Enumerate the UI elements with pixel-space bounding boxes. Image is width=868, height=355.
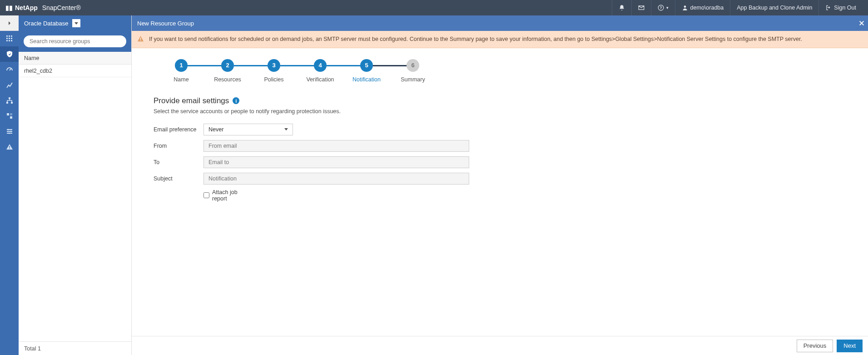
left-panel-search bbox=[19, 31, 131, 52]
sign-out-label: Sign Out bbox=[834, 5, 856, 11]
svg-point-22 bbox=[7, 129, 9, 130]
left-panel-column-header[interactable]: Name bbox=[19, 52, 131, 65]
step-notification[interactable]: 5Notification bbox=[343, 59, 390, 83]
gauge-icon bbox=[6, 66, 13, 73]
svg-rect-15 bbox=[11, 102, 13, 104]
email-preference-select[interactable]: Never bbox=[203, 124, 293, 135]
step-circle: 1 bbox=[175, 59, 188, 72]
svg-rect-7 bbox=[9, 38, 10, 39]
step-label: Resources bbox=[214, 76, 241, 83]
section-title: Provide email settings bbox=[154, 96, 229, 105]
step-label: Summary bbox=[401, 76, 425, 83]
attach-job-report-row[interactable]: Attach job report bbox=[203, 189, 253, 202]
nav-storage[interactable] bbox=[0, 108, 19, 124]
role-label: App Backup and Clone Admin bbox=[737, 5, 812, 11]
help-button[interactable]: ? ▾ bbox=[651, 0, 675, 15]
step-name[interactable]: 1Name bbox=[158, 59, 204, 83]
step-label: Policies bbox=[264, 76, 283, 83]
nav-alerts[interactable] bbox=[0, 139, 19, 155]
wizard-footer: Previous Next bbox=[132, 336, 868, 355]
section-title-row: Provide email settings i bbox=[154, 96, 846, 105]
step-circle: 4 bbox=[314, 59, 327, 72]
total-label: Total 1 bbox=[24, 345, 41, 352]
nav-hosts[interactable] bbox=[0, 93, 19, 108]
svg-rect-8 bbox=[11, 38, 12, 39]
wizard-stepper: 1Name2Resources3Policies4Verification5No… bbox=[158, 59, 846, 83]
next-button[interactable]: Next bbox=[837, 340, 863, 352]
role-menu[interactable]: App Backup and Clone Admin bbox=[730, 0, 818, 15]
main-area: New Resource Group If you want to send n… bbox=[132, 15, 868, 355]
svg-rect-5 bbox=[11, 35, 12, 37]
subject-label: Subject bbox=[154, 175, 203, 182]
svg-point-23 bbox=[10, 131, 11, 132]
shield-check-icon bbox=[6, 50, 13, 58]
svg-rect-16 bbox=[7, 113, 9, 115]
attach-job-report-label: Attach job report bbox=[212, 189, 253, 202]
topbar: ▮▮ NetApp SnapCenter® ? ▾ demo\oradba Ap… bbox=[0, 0, 868, 15]
svg-line-12 bbox=[10, 69, 11, 70]
sub-header: New Resource Group bbox=[132, 15, 868, 31]
section-subtitle: Select the service accounts or people to… bbox=[154, 108, 846, 115]
brand: ▮▮ NetApp SnapCenter® bbox=[5, 4, 81, 11]
to-label: To bbox=[154, 159, 203, 165]
nav-dashboard[interactable] bbox=[0, 31, 19, 46]
close-icon bbox=[858, 20, 865, 26]
step-verification[interactable]: 4Verification bbox=[297, 59, 343, 83]
previous-button[interactable]: Previous bbox=[797, 340, 833, 352]
resource-group-row[interactable]: rhel2_cdb2 bbox=[19, 65, 131, 77]
svg-rect-18 bbox=[10, 113, 12, 115]
mail-button[interactable] bbox=[631, 0, 651, 15]
svg-rect-4 bbox=[9, 35, 10, 37]
svg-rect-25 bbox=[9, 146, 10, 148]
left-panel-selector-toggle[interactable] bbox=[72, 19, 80, 27]
svg-rect-28 bbox=[140, 40, 141, 40]
nav-monitor[interactable] bbox=[0, 62, 19, 77]
attach-job-report-checkbox[interactable] bbox=[203, 192, 209, 198]
svg-rect-10 bbox=[9, 40, 10, 41]
user-label: demo\oradba bbox=[690, 5, 724, 11]
step-label: Name bbox=[174, 76, 188, 83]
notifications-button[interactable] bbox=[612, 0, 631, 15]
brand-company: NetApp bbox=[15, 4, 38, 11]
step-circle: 6 bbox=[407, 59, 419, 72]
svg-rect-26 bbox=[9, 148, 10, 149]
chart-icon bbox=[6, 81, 13, 89]
nav-settings[interactable] bbox=[0, 124, 19, 139]
step-label: Notification bbox=[352, 76, 381, 83]
nav-resources[interactable] bbox=[0, 46, 19, 62]
svg-rect-9 bbox=[6, 40, 8, 41]
sub-header-title: New Resource Group bbox=[137, 20, 194, 27]
warning-icon bbox=[137, 35, 144, 42]
wizard-content: 1Name2Resources3Policies4Verification5No… bbox=[132, 48, 868, 355]
user-menu[interactable]: demo\oradba bbox=[675, 0, 730, 15]
nav-reports[interactable] bbox=[0, 77, 19, 93]
subject-input[interactable] bbox=[203, 173, 469, 185]
left-panel-footer: Total 1 bbox=[19, 341, 131, 355]
from-input[interactable] bbox=[203, 140, 469, 152]
warning-icon bbox=[6, 143, 13, 150]
left-panel-header: Oracle Database bbox=[19, 15, 131, 31]
left-panel-selector-label: Oracle Database bbox=[24, 20, 69, 27]
step-circle: 5 bbox=[360, 59, 373, 72]
step-resources[interactable]: 2Resources bbox=[204, 59, 251, 83]
svg-point-24 bbox=[8, 133, 10, 134]
search-input[interactable] bbox=[24, 35, 126, 47]
step-policies[interactable]: 3Policies bbox=[251, 59, 297, 83]
info-icon[interactable]: i bbox=[233, 97, 239, 104]
smtp-warning-banner: If you want to send notifications for sc… bbox=[132, 31, 868, 48]
nav-expand-button[interactable] bbox=[0, 15, 19, 31]
sign-out-button[interactable]: Sign Out bbox=[818, 0, 863, 15]
svg-rect-3 bbox=[6, 35, 8, 37]
step-label: Verification bbox=[306, 76, 334, 83]
svg-point-2 bbox=[684, 5, 686, 8]
bell-icon bbox=[619, 5, 625, 11]
email-preference-label: Email preference bbox=[154, 126, 203, 133]
to-input[interactable] bbox=[203, 156, 469, 168]
user-icon bbox=[682, 5, 688, 11]
close-button[interactable] bbox=[855, 15, 868, 31]
svg-rect-11 bbox=[11, 40, 12, 41]
caret-down-icon bbox=[74, 22, 78, 25]
step-summary[interactable]: 6Summary bbox=[390, 59, 436, 83]
step-circle: 2 bbox=[221, 59, 234, 72]
caret-down-icon bbox=[284, 128, 288, 130]
